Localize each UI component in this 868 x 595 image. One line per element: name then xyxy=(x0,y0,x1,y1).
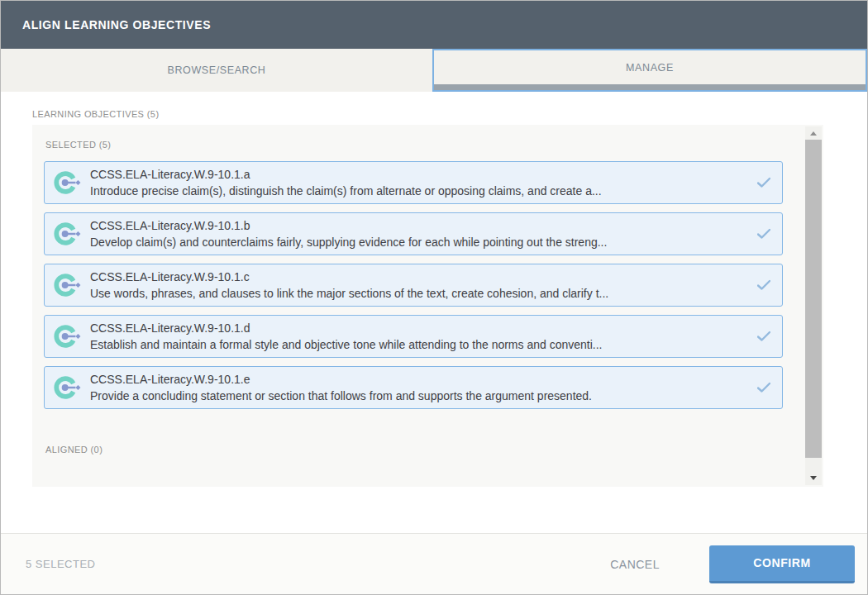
objective-description: Use words, phrases, and clauses to link … xyxy=(90,285,749,302)
aligned-group-label: ALIGNED (0) xyxy=(32,417,823,455)
arrow-down-icon xyxy=(810,476,817,480)
tab-manage[interactable]: MANAGE xyxy=(432,49,867,92)
tab-manage-label: MANAGE xyxy=(626,62,674,74)
standard-icon xyxy=(53,271,81,299)
standard-icon xyxy=(53,220,81,248)
scroll-up-button[interactable] xyxy=(805,126,822,140)
objective-code: CCSS.ELA-Literacy.W.9-10.1.c xyxy=(90,269,749,285)
tab-browse-search[interactable]: BROWSE/SEARCH xyxy=(1,49,432,92)
manage-tab-content: LEARNING OBJECTIVES (5) SELECTED (5) CCS… xyxy=(1,92,867,533)
objective-item[interactable]: CCSS.ELA-Literacy.W.9-10.1.a Introduce p… xyxy=(44,161,783,204)
arrow-up-icon xyxy=(810,131,817,136)
check-icon xyxy=(757,382,770,393)
cancel-button[interactable]: CANCEL xyxy=(605,557,665,572)
learning-objectives-count-label: LEARNING OBJECTIVES (5) xyxy=(32,109,867,119)
objective-code: CCSS.ELA-Literacy.W.9-10.1.d xyxy=(90,320,749,336)
objective-description: Develop claim(s) and counterclaims fairl… xyxy=(90,234,749,250)
objective-item[interactable]: CCSS.ELA-Literacy.W.9-10.1.e Provide a c… xyxy=(44,366,783,409)
scroll-down-button[interactable] xyxy=(805,471,822,484)
objective-item[interactable]: CCSS.ELA-Literacy.W.9-10.1.b Develop cla… xyxy=(44,212,783,255)
tab-browse-search-label: BROWSE/SEARCH xyxy=(168,64,266,76)
check-icon xyxy=(757,228,770,240)
standard-icon xyxy=(53,169,81,197)
objective-text: CCSS.ELA-Literacy.W.9-10.1.e Provide a c… xyxy=(90,371,749,404)
align-learning-objectives-dialog: ALIGN LEARNING OBJECTIVES BROWSE/SEARCH … xyxy=(0,0,868,595)
tab-bar: BROWSE/SEARCH MANAGE xyxy=(1,49,867,92)
standard-icon xyxy=(53,374,81,402)
objective-description: Establish and maintain a formal style an… xyxy=(90,336,749,353)
objective-code: CCSS.ELA-Literacy.W.9-10.1.b xyxy=(90,217,749,234)
objective-text: CCSS.ELA-Literacy.W.9-10.1.a Introduce p… xyxy=(90,166,749,199)
objective-text: CCSS.ELA-Literacy.W.9-10.1.b Develop cla… xyxy=(90,217,749,250)
objective-text: CCSS.ELA-Literacy.W.9-10.1.d Establish a… xyxy=(90,320,749,353)
objective-item[interactable]: CCSS.ELA-Literacy.W.9-10.1.c Use words, … xyxy=(44,264,783,307)
selection-count-label: 5 SELECTED xyxy=(26,558,605,570)
objective-code: CCSS.ELA-Literacy.W.9-10.1.e xyxy=(90,371,749,388)
check-icon xyxy=(757,279,770,291)
objective-description: Provide a concluding statement or sectio… xyxy=(90,388,749,404)
objectives-panel: SELECTED (5) CCSS.ELA-Literacy.W.9-10.1.… xyxy=(32,125,823,487)
objective-code: CCSS.ELA-Literacy.W.9-10.1.a xyxy=(90,166,749,183)
dialog-footer: 5 SELECTED CANCEL CONFIRM xyxy=(1,533,867,594)
objective-text: CCSS.ELA-Literacy.W.9-10.1.c Use words, … xyxy=(90,269,749,302)
objective-description: Introduce precise claim(s), distinguish … xyxy=(90,183,749,199)
dialog-header: ALIGN LEARNING OBJECTIVES xyxy=(1,1,867,49)
dialog-title: ALIGN LEARNING OBJECTIVES xyxy=(22,18,211,31)
scrollbar[interactable] xyxy=(805,126,822,485)
objective-item[interactable]: CCSS.ELA-Literacy.W.9-10.1.d Establish a… xyxy=(44,315,783,358)
selected-group-label: SELECTED (5) xyxy=(32,125,823,150)
check-icon xyxy=(757,177,770,188)
scrollbar-thumb[interactable] xyxy=(805,140,822,458)
check-icon xyxy=(757,331,770,342)
selected-objectives-list: CCSS.ELA-Literacy.W.9-10.1.a Introduce p… xyxy=(32,150,823,409)
confirm-button[interactable]: CONFIRM xyxy=(709,545,855,583)
standard-icon xyxy=(53,322,81,350)
